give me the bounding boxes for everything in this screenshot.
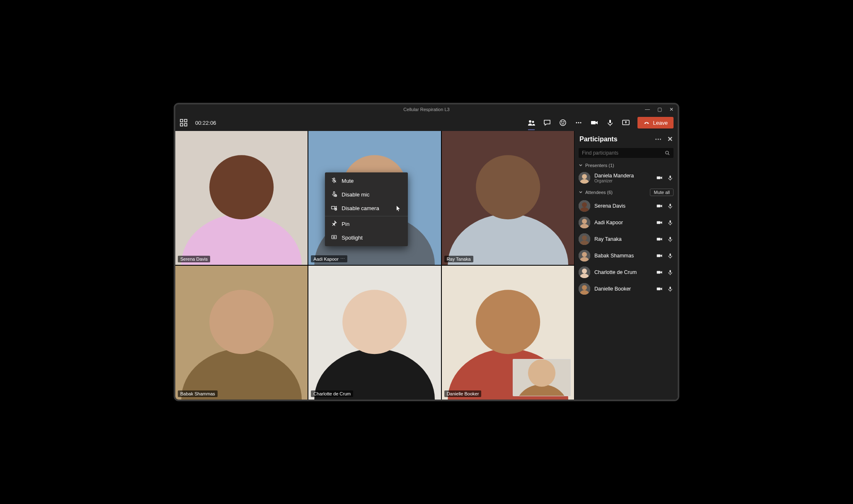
mic-icon[interactable] — [667, 269, 674, 276]
participant-name: Charlotte de Crum — [594, 269, 652, 275]
mic-icon[interactable] — [667, 236, 674, 242]
participant-search[interactable] — [579, 148, 674, 158]
context-menu-item[interactable]: Mute — [325, 174, 408, 188]
svg-point-36 — [342, 290, 407, 354]
participant-context-menu: MuteDisable micDisable cameraPinSpotligh… — [325, 172, 408, 246]
svg-point-4 — [529, 120, 531, 123]
participant-row[interactable]: Danielle Booker — [574, 281, 678, 297]
avatar — [579, 217, 590, 228]
meeting-content: Serena Davis Aadi Kapoor⋯MuteDisable mic… — [175, 131, 678, 400]
participant-row[interactable]: Babak Shammas — [574, 247, 678, 264]
svg-rect-73 — [669, 270, 671, 272]
svg-rect-78 — [669, 286, 671, 289]
panel-close-icon[interactable]: ✕ — [667, 135, 673, 143]
video-tile[interactable]: Serena Davis — [175, 131, 308, 265]
svg-point-65 — [582, 252, 587, 257]
hangup-icon — [643, 119, 650, 126]
mic-off-icon — [331, 177, 337, 185]
svg-rect-72 — [657, 271, 661, 274]
svg-rect-63 — [669, 237, 671, 239]
camera-icon[interactable] — [656, 252, 663, 259]
svg-rect-77 — [657, 288, 661, 290]
avatar — [579, 267, 590, 278]
camera-toggle-icon[interactable] — [590, 119, 599, 127]
video-tile[interactable]: Ray Tanaka — [442, 131, 574, 265]
svg-rect-62 — [657, 238, 661, 240]
participant-row[interactable]: Serena Davis — [574, 198, 678, 214]
people-icon[interactable] — [527, 119, 536, 127]
tile-more-icon[interactable]: ⋯ — [340, 256, 345, 262]
mute-all-button[interactable]: Mute all — [650, 189, 674, 196]
chevron-down-icon — [579, 190, 583, 194]
participant-row[interactable]: Charlotte de Crum — [574, 264, 678, 281]
svg-rect-57 — [657, 221, 661, 224]
video-tile[interactable]: Babak Shammas — [175, 266, 308, 400]
avatar — [579, 200, 590, 212]
presenters-section-header[interactable]: Presenters (1) — [574, 160, 678, 170]
camera-icon[interactable] — [656, 219, 663, 226]
avatar — [579, 233, 590, 245]
avatar — [579, 172, 590, 184]
context-menu-item[interactable]: Disable camera — [325, 201, 408, 215]
participant-name-label: Serena Davis — [178, 256, 210, 262]
svg-point-39 — [476, 290, 540, 354]
mic-icon[interactable] — [667, 286, 674, 292]
participant-name-label: Ray Tanaka — [444, 256, 473, 262]
context-menu-item[interactable]: Disable mic — [325, 188, 408, 201]
panel-more-icon[interactable]: ⋯ — [655, 135, 662, 143]
camera-icon[interactable] — [656, 203, 663, 209]
camera-icon[interactable] — [656, 236, 663, 242]
share-screen-icon[interactable] — [622, 119, 630, 127]
reactions-icon[interactable] — [559, 119, 567, 127]
svg-rect-24 — [332, 206, 335, 209]
maximize-button[interactable]: ▢ — [657, 107, 662, 112]
participant-name: Aadi Kapoor — [594, 220, 652, 225]
camera-icon[interactable] — [656, 269, 663, 276]
svg-rect-2 — [180, 124, 183, 126]
svg-point-60 — [582, 235, 587, 240]
chevron-down-icon — [579, 163, 583, 167]
mic-icon[interactable] — [667, 219, 674, 226]
participant-name-label: Aadi Kapoor⋯ — [311, 255, 347, 262]
participant-name: Babak Shammas — [594, 253, 652, 259]
avatar — [579, 283, 590, 295]
context-menu-item[interactable]: Spotlight — [325, 231, 408, 245]
video-tile[interactable]: Aadi Kapoor⋯MuteDisable micDisable camer… — [308, 131, 441, 265]
svg-point-50 — [582, 202, 587, 207]
camera-icon[interactable] — [656, 174, 663, 181]
participant-row[interactable]: Ray Tanaka — [574, 231, 678, 247]
leave-button[interactable]: Leave — [637, 117, 674, 128]
svg-point-10 — [578, 122, 579, 124]
chat-icon[interactable] — [543, 119, 551, 127]
svg-rect-68 — [669, 253, 671, 256]
panel-title: Participants — [579, 136, 618, 143]
mic-icon[interactable] — [667, 252, 674, 259]
svg-rect-13 — [609, 120, 611, 123]
participant-row[interactable]: Aadi Kapoor — [574, 214, 678, 231]
minimize-button[interactable]: — — [645, 107, 650, 112]
participant-name-label: Danielle Booker — [444, 390, 482, 397]
more-actions-icon[interactable] — [574, 119, 583, 127]
video-tile[interactable]: Danielle Booker — [442, 266, 574, 400]
attendees-section-header[interactable]: Attendees (6) Mute all — [574, 186, 678, 198]
gallery-layout-icon[interactable] — [179, 119, 188, 127]
cursor-icon — [395, 205, 402, 212]
participant-search-input[interactable] — [582, 150, 664, 156]
camera-icon[interactable] — [656, 286, 663, 292]
video-tile[interactable]: Charlotte de Crum — [308, 266, 441, 400]
participant-row[interactable]: Daniela Mandera Organizer — [574, 170, 678, 186]
mic-icon[interactable] — [667, 203, 674, 209]
self-view-pip[interactable] — [513, 359, 571, 396]
app-window: Cellular Respiration L3 — ▢ ✕ 00:22:06 — [174, 103, 679, 401]
svg-point-70 — [582, 269, 587, 274]
participant-name: Ray Tanaka — [594, 236, 652, 242]
camera-disable-icon — [331, 204, 337, 212]
mic-icon[interactable] — [667, 174, 674, 181]
close-window-button[interactable]: ✕ — [669, 107, 674, 112]
mic-toggle-icon[interactable] — [606, 119, 614, 127]
meeting-toolbar: 00:22:06 — [175, 114, 678, 131]
svg-rect-53 — [669, 204, 671, 206]
svg-rect-67 — [657, 254, 661, 257]
context-menu-item[interactable]: Pin — [325, 217, 408, 231]
svg-point-43 — [666, 151, 669, 154]
